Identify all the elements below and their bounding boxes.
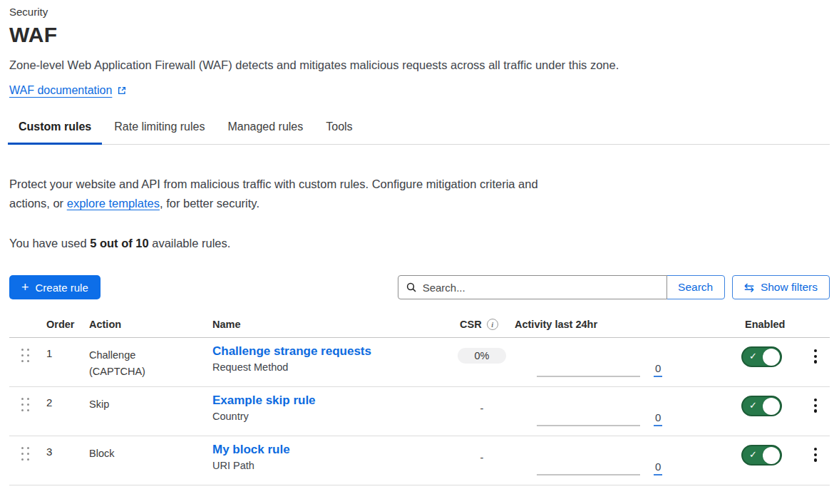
- rule-action: Challenge (CAPTCHA): [89, 338, 212, 386]
- activity-sparkline: [537, 474, 640, 475]
- show-filters-label: Show filters: [761, 281, 818, 294]
- tab-managed-rules[interactable]: Managed rules: [217, 116, 314, 145]
- col-header-enabled: Enabled: [738, 319, 801, 330]
- swap-arrows-icon: ⇆: [744, 282, 754, 294]
- toggle-knob: [763, 398, 780, 415]
- check-icon: ✓: [749, 351, 757, 361]
- more-options-button[interactable]: [810, 446, 821, 485]
- rule-name-link[interactable]: Challenge strange requests: [212, 344, 371, 359]
- more-options-button[interactable]: [810, 347, 821, 386]
- table-row: 1 Challenge (CAPTCHA) Challenge strange …: [9, 338, 830, 387]
- activity-sparkline: [537, 425, 640, 426]
- toggle-knob: [763, 349, 780, 366]
- rule-expression-field: URI Path: [212, 460, 449, 471]
- rule-order: 3: [46, 436, 89, 485]
- plus-icon: +: [21, 281, 29, 294]
- toggle-knob: [763, 447, 780, 464]
- table-row: 2 Skip Example skip rule Country - 0 ✓: [9, 387, 830, 436]
- intro-text: Protect your website and API from malici…: [9, 175, 538, 213]
- usage-prefix: You have used: [9, 237, 90, 250]
- activity-count-link[interactable]: 0: [654, 412, 662, 426]
- tab-bar: Custom rules Rate limiting rules Managed…: [8, 116, 830, 145]
- usage-summary: You have used 5 out of 10 available rule…: [9, 237, 830, 250]
- external-link-icon: [117, 86, 127, 96]
- enabled-toggle[interactable]: ✓: [741, 346, 782, 367]
- rules-toolbar: + Create rule Search ⇆ Show filters: [9, 275, 830, 299]
- activity-count-link[interactable]: 0: [654, 461, 662, 475]
- rule-name-link[interactable]: Example skip rule: [212, 394, 316, 408]
- csr-badge: 0%: [458, 348, 507, 364]
- waf-documentation-link[interactable]: WAF documentation: [9, 84, 127, 97]
- check-icon: ✓: [749, 449, 757, 460]
- explore-templates-link[interactable]: explore templates: [67, 197, 160, 210]
- col-header-csr: CSR i: [449, 319, 515, 330]
- usage-count: 5 out of 10: [90, 237, 149, 250]
- usage-suffix: available rules.: [149, 237, 231, 250]
- col-header-action: Action: [89, 319, 212, 330]
- col-header-order: Order: [46, 319, 89, 330]
- col-header-activity: Activity last 24hr: [515, 319, 738, 330]
- tab-custom-rules[interactable]: Custom rules: [8, 116, 102, 145]
- show-filters-button[interactable]: ⇆ Show filters: [732, 275, 830, 299]
- csr-value: -: [480, 446, 484, 463]
- more-options-button[interactable]: [810, 396, 821, 436]
- rule-name-link[interactable]: My block rule: [212, 443, 290, 457]
- custom-rules-table: Order Action Name CSR i Activity last 24…: [9, 319, 830, 485]
- enabled-toggle[interactable]: ✓: [741, 445, 782, 466]
- info-icon[interactable]: i: [487, 319, 498, 330]
- waf-documentation-label: WAF documentation: [9, 84, 112, 97]
- tab-rate-limiting-rules[interactable]: Rate limiting rules: [103, 116, 215, 145]
- rule-action: Block: [89, 436, 212, 485]
- check-icon: ✓: [749, 400, 757, 411]
- create-rule-label: Create rule: [36, 282, 88, 294]
- drag-handle-icon[interactable]: [21, 398, 30, 411]
- col-header-name: Name: [212, 319, 449, 330]
- drag-handle-icon[interactable]: [21, 349, 30, 362]
- tab-tools[interactable]: Tools: [315, 116, 363, 145]
- search-button[interactable]: Search: [666, 275, 725, 299]
- breadcrumb-security: Security: [9, 6, 830, 18]
- rule-order: 2: [46, 387, 89, 436]
- search-icon: [406, 282, 417, 296]
- page-header: Security WAF Zone-level Web Application …: [9, 6, 830, 97]
- rule-expression-field: Country: [212, 411, 449, 422]
- intro-text-after: , for better security.: [160, 197, 259, 210]
- create-rule-button[interactable]: + Create rule: [9, 275, 101, 299]
- drag-handle-icon[interactable]: [21, 447, 30, 461]
- page-title: WAF: [9, 23, 830, 47]
- activity-sparkline: [537, 376, 640, 377]
- page-description: Zone-level Web Application Firewall (WAF…: [9, 58, 830, 72]
- enabled-toggle[interactable]: ✓: [741, 396, 782, 416]
- rule-action: Skip: [89, 387, 212, 436]
- csr-label: CSR: [460, 319, 482, 330]
- rule-order: 1: [46, 338, 89, 386]
- csr-value: -: [480, 397, 484, 414]
- rule-expression-field: Request Method: [212, 361, 449, 373]
- search-input[interactable]: [398, 275, 667, 299]
- table-row: 3 Block My block rule URI Path - 0 ✓: [9, 436, 830, 485]
- table-header-row: Order Action Name CSR i Activity last 24…: [9, 319, 830, 338]
- activity-count-link[interactable]: 0: [654, 363, 662, 377]
